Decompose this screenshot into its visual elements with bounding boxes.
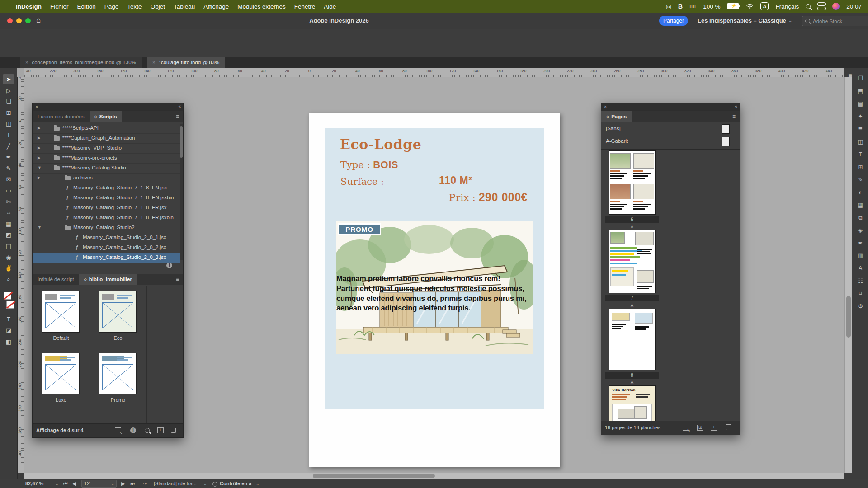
menu-indesign[interactable]: InDesign	[16, 3, 42, 10]
close-window-button[interactable]	[7, 18, 13, 23]
dock-panel-icon[interactable]: ⧉	[856, 213, 865, 222]
zoom-tool[interactable]: ⌕	[3, 274, 14, 285]
listing-body-text[interactable]: Magnam pretium labore convallis rhoncus …	[336, 274, 531, 313]
collapse-panel-icon[interactable]: «	[735, 104, 737, 109]
tree-row[interactable]: ƒMasonry_Catalog_Studio_2_0_3.jsx	[33, 253, 180, 263]
home-icon[interactable]: ⌂	[36, 16, 41, 25]
rectangle-frame-tool[interactable]: ⊠	[3, 174, 14, 184]
library-item-promo[interactable]	[99, 353, 137, 394]
close-icon[interactable]: ×	[35, 104, 38, 109]
minimize-window-button[interactable]	[16, 18, 22, 23]
master-page-thumbnail[interactable]	[722, 124, 730, 134]
gap-tool[interactable]: ⊞	[3, 108, 14, 118]
chevron-right-icon[interactable]: ▶	[38, 175, 41, 180]
dock-panel-icon[interactable]: T	[856, 150, 865, 159]
horizontal-scrollbar[interactable]	[24, 473, 844, 479]
app-status-icon[interactable]: Ƀ	[678, 3, 683, 10]
dock-panel-icon[interactable]: ❐	[856, 74, 865, 83]
dock-panel-icon[interactable]: ◫	[856, 137, 865, 146]
close-icon[interactable]: ×	[152, 60, 155, 65]
listing-price-line[interactable]: Prix : 290 000€	[449, 191, 528, 204]
dock-panel-icon[interactable]: ≣	[856, 125, 865, 134]
new-spread-icon[interactable]: ⊞	[697, 425, 703, 431]
fill-stroke-swatches[interactable]	[4, 292, 11, 300]
content-collector-tool[interactable]: ◫	[3, 118, 14, 129]
library-item-luxe[interactable]	[42, 353, 80, 394]
dock-panel-icon[interactable]: A	[856, 264, 865, 273]
search-icon[interactable]	[145, 428, 150, 433]
document-tab-active[interactable]: × *coulage-tuto.indd @ 83%	[147, 57, 225, 68]
listing-type-line[interactable]: Type : BOIS	[340, 159, 398, 171]
note-tool[interactable]: ▤	[3, 241, 14, 251]
pencil-tool[interactable]: ✎	[3, 163, 14, 174]
menu-aide[interactable]: Aide	[324, 3, 336, 10]
panel-menu-icon[interactable]: ≡	[172, 111, 183, 122]
panel-menu-icon[interactable]: ≡	[172, 274, 183, 285]
scrollbar-thumb[interactable]	[313, 474, 435, 478]
page-thumbnail-7[interactable]	[609, 230, 656, 293]
library-item-default[interactable]	[42, 291, 80, 333]
chevron-down-icon[interactable]: ⌄	[203, 482, 207, 486]
tree-row[interactable]: ƒMasonry_Catalog_Studio_7_1_8_EN.jsxbin	[33, 193, 180, 203]
vertical-scrollbar[interactable]	[844, 77, 852, 473]
chevron-down-icon[interactable]: ⌄	[55, 482, 59, 486]
item-info-icon[interactable]: i	[130, 427, 136, 433]
spotlight-search-icon[interactable]	[806, 4, 811, 9]
tree-row[interactable]: ▼****Masonry Catalog Studio	[33, 163, 180, 174]
dock-panel-icon[interactable]: ✎	[856, 175, 865, 184]
promo-badge[interactable]: PROMO	[338, 223, 381, 235]
stroke-swatch[interactable]	[6, 301, 14, 309]
tab-intitule-de-script[interactable]: Intitulé de script	[33, 274, 79, 285]
library-item-eco[interactable]	[99, 291, 137, 333]
trash-icon[interactable]	[171, 428, 176, 433]
dock-panel-icon[interactable]: ⚙	[856, 302, 865, 311]
screen-mirroring-icon[interactable]: ◎	[666, 3, 671, 10]
tree-row[interactable]: ƒMasonry_Catalog_Studio_7_1_8_FR.jsxbin	[33, 213, 180, 223]
selection-tool[interactable]: ➤	[3, 74, 14, 84]
master-row-sans[interactable]: [Sans]	[601, 123, 740, 134]
share-button[interactable]: Partager	[659, 16, 688, 26]
line-tool[interactable]: ╱	[3, 141, 14, 151]
master-page-thumbnail[interactable]	[722, 137, 730, 146]
zoom-window-button[interactable]	[25, 18, 31, 23]
document-page[interactable]: Eco-Lodge Type : BOIS Surface : 110 M² P…	[309, 113, 560, 467]
chevron-down-icon[interactable]: ▼	[38, 165, 42, 170]
preflight-label[interactable]: Contrôle en a	[220, 481, 251, 486]
document-tab[interactable]: × conception_items_bibliothèque.indd @ 1…	[20, 57, 142, 68]
trash-icon[interactable]	[726, 425, 731, 430]
chevron-right-icon[interactable]: ▶	[38, 126, 41, 130]
tree-row[interactable]: ƒMasonry_Catalog_Studio_7_1_8_EN.jsx	[33, 183, 180, 193]
tab-pages[interactable]: ◇Pages	[601, 111, 632, 122]
listing-surface-label[interactable]: Surface :	[340, 176, 384, 187]
menu-page[interactable]: Page	[104, 3, 119, 10]
menubar-clock[interactable]: 20:07	[846, 3, 862, 10]
hand-tool[interactable]: ✌	[3, 263, 14, 273]
eyedropper-tool[interactable]: ◉	[3, 252, 14, 263]
dock-panel-icon[interactable]: ▥	[856, 251, 865, 260]
listing-surface-value[interactable]: 110 M²	[439, 174, 472, 187]
tree-row[interactable]: ▶****Masonry_VDP_Studio	[33, 143, 180, 154]
input-language-label[interactable]: Français	[775, 3, 799, 10]
menu-objet[interactable]: Objet	[151, 3, 165, 10]
ruler-corner[interactable]	[17, 68, 24, 77]
dock-panel-icon[interactable]: ⬒	[856, 87, 865, 96]
next-page-button[interactable]: ▶	[121, 481, 125, 487]
dock-panel-icon[interactable]: ⊞	[856, 163, 865, 172]
preflight-preset[interactable]: [Standard] (de tra...	[154, 481, 197, 486]
menu-texte[interactable]: Texte	[127, 3, 142, 10]
apply-color-icon[interactable]: ◪	[3, 325, 14, 336]
tree-row[interactable]: ▶****Captain_Graph_Automation	[33, 133, 180, 144]
chevron-right-icon[interactable]: ▶	[38, 136, 41, 140]
screen-mode-icon[interactable]: ◧	[3, 337, 14, 347]
workspace-switcher[interactable]: Les indispensables – Classique	[698, 17, 786, 24]
input-language-icon[interactable]: A	[760, 2, 769, 10]
previous-page-button[interactable]: ◀	[72, 481, 76, 487]
page-number-field[interactable]: 12⌄	[81, 480, 117, 488]
dock-panel-icon[interactable]: ▦	[856, 201, 865, 210]
scrollbar-thumb[interactable]	[846, 296, 851, 338]
pen-tool[interactable]: ✒	[3, 152, 14, 162]
menu-fichier[interactable]: Fichier	[50, 3, 69, 10]
siri-icon[interactable]	[832, 3, 840, 10]
dock-panel-icon[interactable]: ✦	[856, 112, 865, 121]
tab-scripts[interactable]: ◇Scripts	[90, 111, 122, 122]
